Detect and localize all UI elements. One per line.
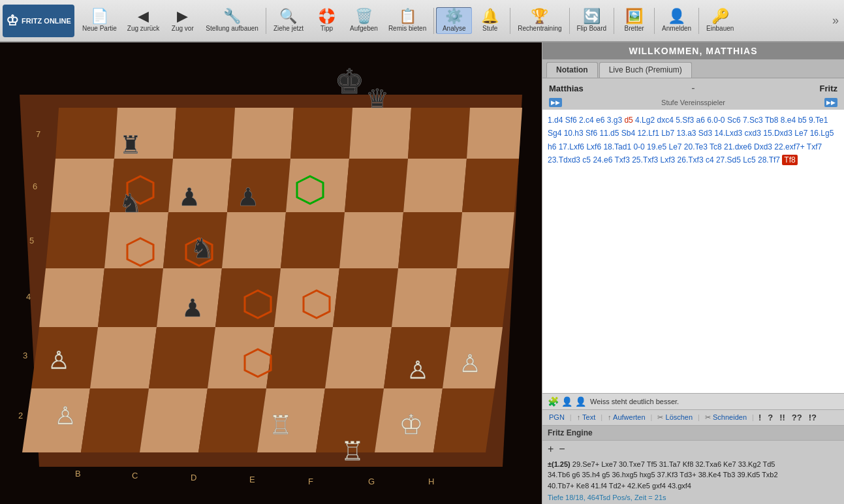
svg-text:♙: ♙ <box>407 356 429 384</box>
toolbar-icon-bretter: 🖼️ <box>625 9 643 24</box>
engine-controls: + − <box>542 441 844 458</box>
toolbar-btn-rechentraining[interactable]: 🏆Rechentraining <box>512 8 567 33</box>
svg-text:D: D <box>191 473 196 482</box>
toolbar-btn-zug-zurueck[interactable]: ◀Zug zurück <box>122 8 164 33</box>
welcome-text: WILLKOMMEN, MATTHIAS <box>629 46 757 56</box>
toolbar-icon-stufe: 🔔 <box>481 9 499 24</box>
notation-area[interactable]: 1.d4 Sf6 2.c4 e6 3.g3 d5 4.Lg2 dxc4 5.Sf… <box>542 110 844 393</box>
toolbar-icon-zug-zurueck: ◀ <box>138 9 149 24</box>
toolbar-icon-aufgeben: 🗑️ <box>355 9 373 24</box>
engine-plus-btn[interactable]: + <box>548 443 554 455</box>
toolbar-btn-flip-board[interactable]: 🔄Flip Board <box>572 8 612 33</box>
welcome-bar: WILLKOMMEN, MATTHIAS <box>542 42 844 59</box>
svg-marker-18 <box>46 212 110 268</box>
toolbar-icon-rechentraining: 🏆 <box>531 9 548 24</box>
tab-live-buch[interactable]: Live Buch (Premium) <box>599 62 692 78</box>
toolbar-icon-ziehe-jetzt: 🔍 <box>279 9 297 24</box>
svg-marker-39 <box>325 327 392 388</box>
schneiden-button[interactable]: ✂ Schneiden <box>702 413 749 422</box>
svg-marker-8 <box>408 108 470 159</box>
svg-marker-25 <box>457 212 514 268</box>
toolbar-btn-analyse[interactable]: ⚙️Analyse <box>436 7 472 34</box>
svg-text:♞: ♞ <box>190 233 215 264</box>
svg-text:7: 7 <box>36 129 40 139</box>
annot-dbl-excl[interactable]: !! <box>777 413 787 422</box>
toolbar-icon-remis-bieten: 📋 <box>399 9 416 24</box>
toolbar-btn-aufgeben[interactable]: 🗑️Aufgeben <box>345 8 383 33</box>
svg-marker-32 <box>392 268 457 327</box>
player-icons-row: ▶▶ Stufe Vereinsspieler ▶▶ <box>542 98 844 110</box>
toolbar-btn-remis-bieten[interactable]: 📋Remis bieten <box>383 8 431 33</box>
svg-text:♞: ♞ <box>119 189 142 217</box>
svg-marker-23 <box>339 212 403 268</box>
toolbar-btn-stellung-aufbauen[interactable]: 🔧Stellung aufbauen <box>200 8 264 33</box>
svg-marker-7 <box>349 108 411 159</box>
player-separator: - <box>685 82 701 94</box>
svg-text:♟: ♟ <box>178 183 200 211</box>
svg-marker-33 <box>450 268 509 327</box>
toolbar-btn-zug-vor[interactable]: ▶Zug vor <box>164 8 200 33</box>
tab-notation[interactable]: Notation <box>546 62 598 78</box>
svg-marker-2 <box>55 108 117 159</box>
svg-text:2: 2 <box>18 411 23 420</box>
toolbar-btn-stufe[interactable]: 🔔Stufe <box>472 8 508 33</box>
engine-info: Tiefe 18/18, 464Tsd Pos/s, Zeit = 21s <box>542 494 844 504</box>
toolbar-more-button[interactable]: » <box>830 14 841 27</box>
toolbar-sep-rechentraining <box>569 8 570 34</box>
toolbar-btn-neue-partie[interactable]: 📄Neue Partie <box>77 8 122 33</box>
svg-text:H: H <box>428 477 434 486</box>
svg-text:5: 5 <box>29 236 34 245</box>
toolbar-btn-ziehe-jetzt[interactable]: 🔍Ziehe jetzt <box>268 8 309 33</box>
svg-text:♜: ♜ <box>119 131 142 159</box>
svg-marker-26 <box>39 268 104 327</box>
svg-text:♟: ♟ <box>181 294 204 322</box>
svg-marker-15 <box>345 159 408 212</box>
player-white: Matthias <box>549 84 685 93</box>
toolbar-icon-flip-board: 🔄 <box>583 9 601 24</box>
app-logo[interactable]: ♔ FRITZ ONLINE <box>3 5 74 37</box>
svg-text:♟: ♟ <box>237 183 259 211</box>
engine-minus-btn[interactable]: − <box>559 443 565 455</box>
toolbar-sep-remis-bieten <box>433 8 434 34</box>
toolbar-icon-stellung-aufbauen: 🔧 <box>223 9 241 24</box>
annot-dbl-question[interactable]: ?? <box>790 413 804 422</box>
toolbar-btn-einbauen[interactable]: 🔑Einbauen <box>701 8 739 33</box>
status-icon-3: 👤 <box>575 396 586 407</box>
svg-text:E: E <box>249 475 255 484</box>
svg-text:♙: ♙ <box>459 350 481 377</box>
status-icon-1: 🧩 <box>548 396 559 407</box>
svg-marker-36 <box>149 327 215 388</box>
svg-marker-43 <box>81 388 149 452</box>
svg-text:♖: ♖ <box>269 411 292 439</box>
annot-excl[interactable]: ! <box>757 413 763 422</box>
engine-lines: ±(1.25) 29.Se7+ Lxe7 30.Txe7 Tf5 31.Ta7 … <box>542 458 844 494</box>
toolbar-btn-anmelden[interactable]: 👤Anmelden <box>657 8 696 33</box>
loeschen-button[interactable]: ✂ Löschen <box>655 413 695 422</box>
right-panel: WILLKOMMEN, MATTHIAS Notation Live Buch … <box>542 42 844 504</box>
annot-excl-question[interactable]: !? <box>807 413 819 422</box>
player-black: Fritz <box>702 84 837 93</box>
svg-marker-44 <box>140 388 208 452</box>
svg-marker-6 <box>290 108 352 159</box>
svg-marker-45 <box>198 388 266 452</box>
status-text: Weiss steht deutlich besser. <box>590 398 679 405</box>
toolbar-btn-bretter[interactable]: 🖼️Bretter <box>616 8 652 33</box>
svg-text:6: 6 <box>33 181 37 191</box>
toolbar-icon-anmelden: 👤 <box>668 9 685 24</box>
player-white-icon: ▶▶ <box>549 98 562 107</box>
annot-question[interactable]: ? <box>766 413 775 422</box>
svg-marker-37 <box>208 327 274 388</box>
text-button[interactable]: ↑ Text <box>574 413 599 422</box>
svg-text:♛: ♛ <box>366 84 389 113</box>
toolbar-sep-flip-board <box>614 8 614 34</box>
svg-text:F: F <box>308 477 313 486</box>
main-content: 7 6 5 4 3 2 B C D E F G H <box>0 42 844 504</box>
pgn-button[interactable]: PGN <box>546 413 567 422</box>
svg-text:♚: ♚ <box>334 63 365 101</box>
engine-area: Fritz Engine + − ±(1.25) 29.Se7+ Lxe7 30… <box>542 425 844 505</box>
toolbar-btn-tipp[interactable]: 🛟Tipp <box>309 8 345 33</box>
toolbar-icon-analyse: ⚙️ <box>445 9 463 24</box>
toolbar: ♔ FRITZ ONLINE 📄Neue Partie◀Zug zurück▶Z… <box>0 0 844 42</box>
toolbar-sep-bretter <box>654 8 655 34</box>
aufwerten-button[interactable]: ↑ Aufwerten <box>605 413 648 422</box>
